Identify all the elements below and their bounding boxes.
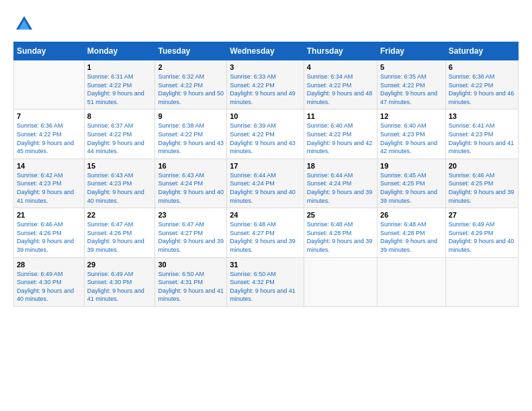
day-info: Sunrise: 6:41 AMSunset: 4:23 PMDaylight:… — [449, 122, 515, 155]
day-number: 19 — [380, 162, 443, 170]
day-cell: 6Sunrise: 6:36 AMSunset: 4:22 PMDaylight… — [445, 60, 518, 109]
logo — [13, 13, 38, 35]
header-cell-wednesday: Wednesday — [227, 42, 304, 60]
day-number: 29 — [87, 261, 152, 269]
day-cell: 2Sunrise: 6:32 AMSunset: 4:22 PMDaylight… — [155, 60, 227, 109]
day-info: Sunrise: 6:49 AMSunset: 4:30 PMDaylight:… — [17, 270, 81, 304]
header — [13, 13, 519, 35]
week-row-3: 21Sunrise: 6:46 AMSunset: 4:26 PMDayligh… — [14, 208, 519, 257]
day-number: 10 — [230, 112, 301, 120]
day-cell: 26Sunrise: 6:48 AMSunset: 4:28 PMDayligh… — [378, 208, 446, 257]
day-number: 11 — [307, 112, 374, 120]
day-number: 17 — [230, 162, 301, 170]
day-cell: 29Sunrise: 6:49 AMSunset: 4:30 PMDayligh… — [84, 257, 155, 306]
day-info: Sunrise: 6:48 AMSunset: 4:27 PMDaylight:… — [230, 220, 301, 254]
day-info: Sunrise: 6:44 AMSunset: 4:24 PMDaylight:… — [307, 171, 374, 205]
header-cell-tuesday: Tuesday — [155, 42, 227, 60]
week-row-4: 28Sunrise: 6:49 AMSunset: 4:30 PMDayligh… — [14, 257, 519, 306]
day-number: 12 — [380, 112, 443, 120]
day-info: Sunrise: 6:31 AMSunset: 4:22 PMDaylight:… — [87, 73, 152, 106]
header-cell-sunday: Sunday — [14, 42, 85, 60]
day-number: 9 — [158, 112, 224, 120]
day-cell: 7Sunrise: 6:36 AMSunset: 4:22 PMDaylight… — [14, 109, 85, 158]
day-cell: 22Sunrise: 6:47 AMSunset: 4:26 PMDayligh… — [84, 208, 155, 257]
day-info: Sunrise: 6:34 AMSunset: 4:22 PMDaylight:… — [307, 73, 374, 106]
day-number: 22 — [87, 211, 152, 219]
day-number: 31 — [230, 261, 301, 269]
day-number: 15 — [87, 162, 152, 170]
day-number: 6 — [449, 63, 515, 71]
day-info: Sunrise: 6:46 AMSunset: 4:25 PMDaylight:… — [449, 171, 515, 205]
day-cell: 27Sunrise: 6:49 AMSunset: 4:29 PMDayligh… — [445, 208, 518, 257]
day-info: Sunrise: 6:47 AMSunset: 4:27 PMDaylight:… — [158, 220, 224, 254]
week-row-1: 7Sunrise: 6:36 AMSunset: 4:22 PMDaylight… — [14, 109, 519, 158]
day-cell: 31Sunrise: 6:50 AMSunset: 4:32 PMDayligh… — [227, 257, 304, 306]
day-info: Sunrise: 6:36 AMSunset: 4:22 PMDaylight:… — [449, 73, 515, 106]
day-info: Sunrise: 6:44 AMSunset: 4:24 PMDaylight:… — [230, 171, 301, 205]
header-cell-friday: Friday — [378, 42, 446, 60]
day-cell: 15Sunrise: 6:43 AMSunset: 4:23 PMDayligh… — [84, 158, 155, 208]
day-cell — [14, 60, 85, 109]
day-cell: 21Sunrise: 6:46 AMSunset: 4:26 PMDayligh… — [14, 208, 85, 257]
day-info: Sunrise: 6:40 AMSunset: 4:23 PMDaylight:… — [380, 122, 443, 155]
day-number: 5 — [380, 63, 443, 71]
header-cell-saturday: Saturday — [445, 42, 518, 60]
day-number: 1 — [87, 63, 152, 71]
day-cell: 3Sunrise: 6:33 AMSunset: 4:22 PMDaylight… — [227, 60, 304, 109]
day-info: Sunrise: 6:50 AMSunset: 4:31 PMDaylight:… — [158, 270, 224, 304]
day-cell: 13Sunrise: 6:41 AMSunset: 4:23 PMDayligh… — [445, 109, 518, 158]
page: SundayMondayTuesdayWednesdayThursdayFrid… — [0, 0, 532, 411]
day-cell: 14Sunrise: 6:42 AMSunset: 4:23 PMDayligh… — [14, 158, 85, 208]
week-row-2: 14Sunrise: 6:42 AMSunset: 4:23 PMDayligh… — [14, 158, 519, 208]
day-number: 8 — [87, 112, 152, 120]
day-cell: 20Sunrise: 6:46 AMSunset: 4:25 PMDayligh… — [445, 158, 518, 208]
calendar-table: SundayMondayTuesdayWednesdayThursdayFrid… — [13, 42, 519, 307]
day-cell — [378, 257, 446, 306]
day-info: Sunrise: 6:37 AMSunset: 4:22 PMDaylight:… — [87, 122, 152, 155]
day-cell: 28Sunrise: 6:49 AMSunset: 4:30 PMDayligh… — [14, 257, 85, 306]
day-cell: 24Sunrise: 6:48 AMSunset: 4:27 PMDayligh… — [227, 208, 304, 257]
day-number: 23 — [158, 211, 224, 219]
day-cell: 19Sunrise: 6:45 AMSunset: 4:25 PMDayligh… — [378, 158, 446, 208]
logo-icon — [13, 13, 35, 35]
day-cell: 10Sunrise: 6:39 AMSunset: 4:22 PMDayligh… — [227, 109, 304, 158]
day-info: Sunrise: 6:33 AMSunset: 4:22 PMDaylight:… — [230, 73, 301, 106]
day-cell: 17Sunrise: 6:44 AMSunset: 4:24 PMDayligh… — [227, 158, 304, 208]
day-info: Sunrise: 6:47 AMSunset: 4:26 PMDaylight:… — [87, 220, 152, 254]
day-cell — [304, 257, 377, 306]
day-number: 26 — [380, 211, 443, 219]
week-row-0: 1Sunrise: 6:31 AMSunset: 4:22 PMDaylight… — [14, 60, 519, 109]
day-info: Sunrise: 6:45 AMSunset: 4:25 PMDaylight:… — [380, 171, 443, 205]
day-number: 18 — [307, 162, 374, 170]
day-number: 3 — [230, 63, 301, 71]
day-info: Sunrise: 6:32 AMSunset: 4:22 PMDaylight:… — [158, 73, 224, 106]
day-cell: 1Sunrise: 6:31 AMSunset: 4:22 PMDaylight… — [84, 60, 155, 109]
day-cell: 23Sunrise: 6:47 AMSunset: 4:27 PMDayligh… — [155, 208, 227, 257]
day-number: 2 — [158, 63, 224, 71]
day-info: Sunrise: 6:49 AMSunset: 4:29 PMDaylight:… — [449, 220, 515, 254]
day-cell: 25Sunrise: 6:48 AMSunset: 4:28 PMDayligh… — [304, 208, 377, 257]
day-cell: 8Sunrise: 6:37 AMSunset: 4:22 PMDaylight… — [84, 109, 155, 158]
day-cell: 9Sunrise: 6:38 AMSunset: 4:22 PMDaylight… — [155, 109, 227, 158]
day-number: 16 — [158, 162, 224, 170]
day-info: Sunrise: 6:48 AMSunset: 4:28 PMDaylight:… — [380, 220, 443, 254]
day-number: 28 — [17, 261, 81, 269]
header-cell-monday: Monday — [84, 42, 155, 60]
day-cell: 18Sunrise: 6:44 AMSunset: 4:24 PMDayligh… — [304, 158, 377, 208]
day-number: 4 — [307, 63, 374, 71]
day-number: 20 — [449, 162, 515, 170]
day-cell: 30Sunrise: 6:50 AMSunset: 4:31 PMDayligh… — [155, 257, 227, 306]
day-info: Sunrise: 6:49 AMSunset: 4:30 PMDaylight:… — [87, 270, 152, 304]
day-info: Sunrise: 6:48 AMSunset: 4:28 PMDaylight:… — [307, 220, 374, 254]
day-number: 30 — [158, 261, 224, 269]
day-cell: 5Sunrise: 6:35 AMSunset: 4:22 PMDaylight… — [378, 60, 446, 109]
day-cell: 4Sunrise: 6:34 AMSunset: 4:22 PMDaylight… — [304, 60, 377, 109]
day-cell: 12Sunrise: 6:40 AMSunset: 4:23 PMDayligh… — [378, 109, 446, 158]
day-info: Sunrise: 6:38 AMSunset: 4:22 PMDaylight:… — [158, 122, 224, 155]
day-cell: 16Sunrise: 6:43 AMSunset: 4:24 PMDayligh… — [155, 158, 227, 208]
day-info: Sunrise: 6:39 AMSunset: 4:22 PMDaylight:… — [230, 122, 301, 155]
day-info: Sunrise: 6:42 AMSunset: 4:23 PMDaylight:… — [17, 171, 81, 205]
day-info: Sunrise: 6:35 AMSunset: 4:22 PMDaylight:… — [380, 73, 443, 106]
day-info: Sunrise: 6:46 AMSunset: 4:26 PMDaylight:… — [17, 220, 81, 254]
day-number: 24 — [230, 211, 301, 219]
